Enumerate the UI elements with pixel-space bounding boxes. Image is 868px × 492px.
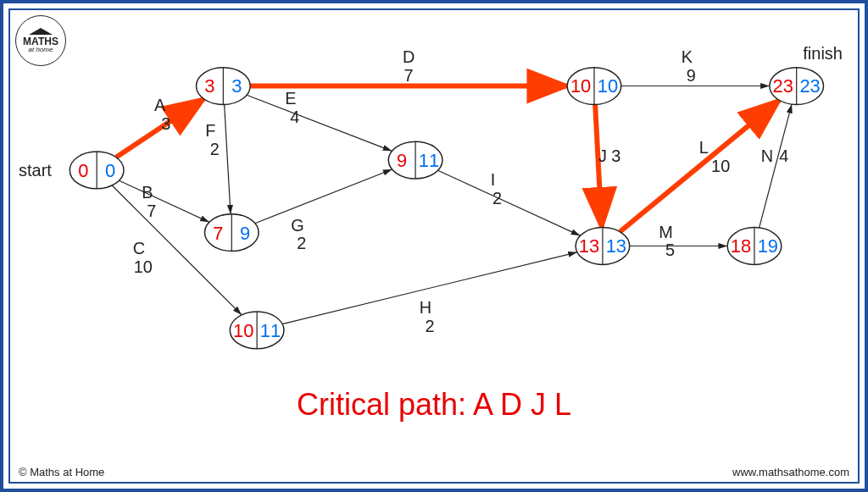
- website-text: www.mathsathome.com: [732, 466, 849, 478]
- edge-duration-G: 2: [297, 234, 306, 252]
- edge-label-E: E: [285, 89, 296, 108]
- edge-duration-C: 10: [134, 257, 153, 276]
- edge-F: [225, 104, 231, 213]
- node-late-start: 0: [105, 160, 115, 181]
- node-early-start: 0: [78, 160, 88, 181]
- edge-G: [255, 169, 392, 224]
- edge-duration-M: 5: [665, 240, 675, 259]
- node-late-n9: 11: [419, 150, 439, 171]
- edge-duration-K: 9: [687, 66, 696, 85]
- node-early-n3: 3: [204, 75, 214, 97]
- node-late-n3: 3: [231, 75, 242, 97]
- edge-label-G: G: [291, 216, 303, 235]
- edge-label-D: D: [403, 47, 415, 66]
- edge-label-I: I: [491, 170, 496, 189]
- edge-J: [595, 104, 602, 227]
- node-n9: 911: [388, 141, 442, 179]
- edge-label-J: J: [598, 146, 607, 165]
- edge-duration-A: 3: [161, 114, 170, 133]
- node-early-n10b: 10: [570, 75, 591, 97]
- edge-duration-N: 4: [779, 146, 788, 165]
- node-late-n10a: 11: [260, 320, 281, 341]
- edge-B: [120, 180, 209, 222]
- node-early-n9: 9: [397, 150, 407, 171]
- node-late-n18: 19: [758, 235, 778, 257]
- node-start: 00: [70, 152, 124, 189]
- edge-duration-F: 2: [210, 140, 220, 158]
- inner-frame: MATHS at home start finish 0033791011911…: [8, 8, 860, 484]
- edge-duration-J: 3: [611, 146, 620, 165]
- node-early-n18: 18: [731, 235, 751, 257]
- edge-duration-H: 2: [425, 317, 434, 335]
- node-late-n7: 9: [240, 223, 250, 244]
- edge-label-A: A: [154, 96, 166, 114]
- edge-label-L: L: [699, 138, 709, 157]
- node-late-finish: 23: [799, 75, 820, 97]
- edge-duration-I: 2: [492, 189, 502, 207]
- node-n13: 1313: [576, 228, 630, 265]
- edge-I: [438, 170, 581, 235]
- edge-N: [760, 104, 792, 228]
- copyright-text: © Maths at Home: [19, 466, 104, 478]
- edge-label-C: C: [133, 239, 145, 257]
- edge-duration-L: 10: [711, 157, 730, 175]
- edge-L: [620, 100, 779, 231]
- node-late-n10b: 10: [598, 75, 618, 97]
- node-finish: 2323: [770, 68, 824, 105]
- edge-duration-E: 4: [290, 108, 299, 126]
- edge-E: [247, 95, 392, 151]
- edge-label-B: B: [142, 183, 153, 202]
- node-early-n13: 13: [579, 235, 599, 257]
- outer-frame: MATHS at home start finish 0033791011911…: [0, 0, 868, 492]
- node-early-n7: 7: [213, 223, 223, 244]
- edge-label-M: M: [659, 223, 673, 241]
- edge-label-H: H: [420, 298, 431, 317]
- node-n3: 33: [197, 68, 251, 105]
- node-n7: 79: [204, 214, 259, 252]
- edge-label-N: N: [761, 146, 773, 165]
- node-early-n10a: 10: [233, 320, 253, 341]
- node-n10a: 1011: [230, 312, 284, 349]
- node-early-finish: 23: [773, 75, 793, 97]
- node-late-n13: 13: [606, 235, 626, 257]
- critical-path-text: Critical path: A D J L: [297, 387, 571, 423]
- edge-label-K: K: [682, 47, 693, 66]
- edge-duration-B: 7: [147, 202, 156, 220]
- node-n10b: 1010: [567, 68, 621, 105]
- node-n18: 1819: [727, 228, 782, 265]
- edge-label-F: F: [205, 121, 215, 140]
- edge-duration-D: 7: [404, 66, 414, 85]
